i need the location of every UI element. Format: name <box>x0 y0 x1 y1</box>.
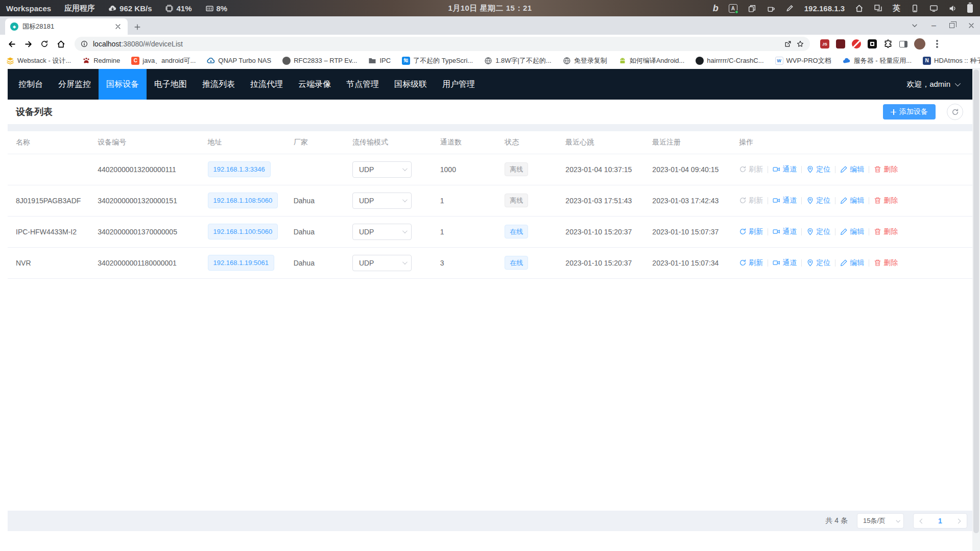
scrollbar-thumb[interactable] <box>973 69 979 533</box>
delete-button[interactable]: 删除 <box>874 165 898 174</box>
locate-button[interactable]: 定位 <box>806 227 830 236</box>
ip-address-indicator[interactable]: 192.168.1.3 <box>804 4 845 13</box>
forward-button[interactable] <box>21 37 35 51</box>
phone-link-icon[interactable] <box>911 4 919 13</box>
channels-button[interactable]: 通道 <box>773 227 797 236</box>
stream-mode-select[interactable]: UDP <box>352 193 412 209</box>
minimize-button[interactable]: – <box>931 21 936 30</box>
nav-item-cloud-record[interactable]: 云端录像 <box>291 69 339 100</box>
bookmark-item[interactable]: 服务器 - 轻量应用... <box>843 56 912 65</box>
bookmark-item[interactable]: Webstack - 设计... <box>6 56 71 65</box>
address-bar[interactable]: localhost:38080/#/deviceList <box>75 37 810 51</box>
current-page[interactable]: 1 <box>938 517 942 525</box>
js-extension-icon[interactable]: JS <box>820 39 829 49</box>
nav-item-split-monitor[interactable]: 分屏监控 <box>51 69 99 100</box>
prev-page-button[interactable] <box>920 518 925 523</box>
caffeine-tray-icon[interactable] <box>767 4 775 13</box>
op-label: 删除 <box>883 227 898 236</box>
nav-item-push-list[interactable]: 推流列表 <box>195 69 243 100</box>
bookmark-item[interactable]: Cjava、android可... <box>131 56 196 65</box>
bookmark-item[interactable]: Redmine <box>82 57 120 65</box>
restore-button[interactable] <box>949 23 954 28</box>
home-button[interactable] <box>54 37 67 51</box>
nav-item-node-manage[interactable]: 节点管理 <box>339 69 387 100</box>
bookmark-item[interactable]: NHDAtmos :: 种子 *... <box>923 56 980 65</box>
edit-button[interactable]: 编辑 <box>840 258 864 268</box>
window-close-button[interactable] <box>968 22 975 29</box>
bookmark-item[interactable]: hairrrrr/C-CrashC... <box>696 57 763 65</box>
back-button[interactable] <box>5 37 18 51</box>
edit-button[interactable]: 编辑 <box>840 196 864 205</box>
refresh-device-button[interactable]: 刷新 <box>739 165 763 174</box>
clipboard-tray-icon[interactable] <box>748 4 756 13</box>
bookmark-item[interactable]: 如何编译Android... <box>618 56 685 65</box>
workspaces-tray-icon[interactable] <box>874 4 882 13</box>
dark-square-extension-icon[interactable] <box>868 39 877 49</box>
stream-mode-select[interactable]: UDP <box>352 161 412 178</box>
refresh-list-button[interactable] <box>947 104 963 120</box>
cell-heartbeat: 2023-01-04 10:37:15 <box>560 154 647 185</box>
edit-button[interactable]: 编辑 <box>840 165 864 174</box>
user-menu[interactable]: 欢迎，admin <box>906 80 972 89</box>
channels-button[interactable]: 通道 <box>773 165 797 174</box>
bookmark-star-icon[interactable] <box>797 40 804 47</box>
locate-button[interactable]: 定位 <box>806 196 830 205</box>
delete-button[interactable]: 删除 <box>874 227 898 236</box>
nav-item-user-manage[interactable]: 用户管理 <box>435 69 483 100</box>
profile-avatar[interactable] <box>914 38 925 50</box>
locate-button[interactable]: 定位 <box>806 258 830 268</box>
nav-item-pull-proxy[interactable]: 拉流代理 <box>243 69 291 100</box>
display-tray-icon[interactable] <box>929 4 938 13</box>
clock-indicator[interactable]: 1月10日 星期二 15：21 <box>448 4 532 13</box>
site-info-icon[interactable] <box>81 40 88 47</box>
applications-button[interactable]: 应用程序 <box>64 4 95 13</box>
bookmark-item[interactable]: WWVP-PRO文档 <box>775 56 831 65</box>
stream-mode-select[interactable]: UDP <box>352 224 412 240</box>
reload-button[interactable] <box>38 37 51 51</box>
stream-mode-select[interactable]: UDP <box>352 255 412 271</box>
delete-button[interactable]: 删除 <box>874 196 898 205</box>
bookmark-item[interactable]: IPC <box>368 57 391 65</box>
browser-tab[interactable]: ◆ 国标28181 <box>5 18 128 35</box>
bookmark-item[interactable]: RFC2833 – RTP Ev... <box>282 57 357 65</box>
bookmark-item[interactable]: QNAP Turbo NAS <box>207 57 271 65</box>
add-device-button[interactable]: 添加设备 <box>883 104 936 119</box>
new-tab-button[interactable] <box>132 21 143 33</box>
refresh-device-button[interactable]: 刷新 <box>739 196 763 205</box>
tab-close-button[interactable] <box>112 21 124 32</box>
page-size-select[interactable]: 15条/页 <box>857 513 904 529</box>
url-text[interactable]: localhost:38080/#/deviceList <box>93 40 183 48</box>
goggles-extension-icon[interactable] <box>836 39 845 49</box>
home-tray-icon[interactable] <box>855 4 864 13</box>
edit-button[interactable]: 编辑 <box>840 227 864 236</box>
bookmark-item[interactable]: 知了不起的 TypeScri... <box>402 56 473 65</box>
page-scrollbar[interactable] <box>972 68 980 551</box>
share-icon[interactable] <box>784 40 792 47</box>
nav-item-console[interactable]: 控制台 <box>11 69 51 100</box>
channels-button[interactable]: 通道 <box>773 258 797 268</box>
refresh-device-button[interactable]: 刷新 <box>739 258 763 268</box>
tab-search-chevron-icon[interactable] <box>911 22 918 29</box>
workspaces-button[interactable]: Workspaces <box>6 4 51 13</box>
refresh-device-button[interactable]: 刷新 <box>739 227 763 236</box>
screenshot-tool-icon[interactable]: A <box>729 4 737 13</box>
nav-item-gb-cascade[interactable]: 国标级联 <box>387 69 435 100</box>
browser-menu-icon[interactable] <box>936 43 938 45</box>
bookmark-item[interactable]: 免登录复制 <box>563 56 607 65</box>
input-language-indicator[interactable]: 英 <box>893 4 900 13</box>
color-picker-tray-icon[interactable] <box>785 4 794 13</box>
adblock-extension-icon[interactable] <box>852 39 861 49</box>
bing-tray-icon[interactable]: b <box>713 3 719 14</box>
channels-button[interactable]: 通道 <box>773 196 797 205</box>
nav-item-gb-devices[interactable]: 国标设备 <box>99 69 147 100</box>
volume-icon[interactable] <box>948 4 957 13</box>
side-panel-icon[interactable] <box>899 41 907 47</box>
nav-item-e-map[interactable]: 电子地图 <box>147 69 195 100</box>
delete-button[interactable]: 删除 <box>874 258 898 268</box>
stream-mode-value: UDP <box>359 197 374 205</box>
locate-button[interactable]: 定位 <box>806 165 830 174</box>
bookmark-item[interactable]: 1.8W字|了不起的... <box>484 56 552 65</box>
extensions-puzzle-icon[interactable] <box>883 39 893 49</box>
next-page-button[interactable] <box>956 518 961 523</box>
battery-icon[interactable] <box>967 4 973 13</box>
